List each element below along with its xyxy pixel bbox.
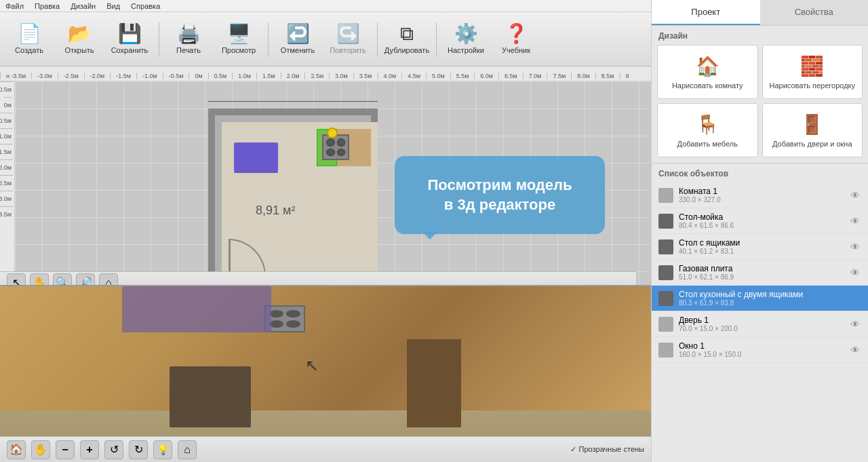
3d-mode-button[interactable]: 🏠	[7, 440, 26, 459]
burner-1	[326, 138, 335, 147]
obj-vis-table-drawers[interactable]: 👁	[850, 242, 861, 252]
stove	[322, 134, 349, 160]
wall-decor-3d	[122, 286, 271, 332]
canvas-2d[interactable]: 8,91 м² Посмотрим модельв 3д редакторе	[15, 81, 651, 299]
yellow-handle[interactable]	[327, 128, 338, 138]
redo-label: Повторить	[330, 46, 366, 54]
draw-room-card[interactable]: 🏠 Нарисовать комнату	[657, 45, 758, 99]
pan-3d-button[interactable]: ✋	[31, 440, 50, 459]
burner-4	[337, 149, 346, 157]
burner-2	[337, 138, 346, 147]
help-button[interactable]: ❓ Учебник	[492, 16, 540, 63]
undo-button[interactable]: ↩️ Отменить	[274, 16, 321, 63]
zoom-out-3d-button[interactable]: −	[56, 440, 75, 459]
obj-vis-window1[interactable]: 👁	[850, 345, 861, 355]
obj-icon-gas-stove	[658, 265, 673, 280]
furniture-3d-1	[170, 366, 251, 427]
obj-vis-kitchen-table[interactable]: 👁	[850, 293, 861, 304]
obj-sub-window1: 160.0 × 15.0 × 150.0	[679, 351, 845, 358]
burner-3	[326, 149, 335, 157]
add-doors-windows-card[interactable]: 🚪 Добавить двери и окна	[762, 103, 863, 157]
redo-icon: ↪️	[336, 24, 360, 43]
obj-name-window1: Окно 1	[679, 341, 845, 351]
floor-3d: ↖	[0, 286, 651, 410]
draw-partition-label: Нарисовать перегородку	[769, 81, 855, 90]
sep4	[436, 22, 437, 56]
menu-file[interactable]: Файл	[5, 2, 24, 10]
obj-text-sink-table: Стол-мойка 80.4 × 61.6 × 86.6	[679, 212, 845, 229]
settings-button[interactable]: ⚙️ Настройки	[442, 16, 490, 63]
object-item-gas-stove[interactable]: Газовая плита 51.0 × 62.1 × 86.9 👁	[652, 260, 868, 286]
help-label: Учебник	[502, 46, 530, 54]
obj-vis-sink-table[interactable]: 👁	[850, 216, 861, 227]
design-grid: 🏠 Нарисовать комнату 🧱 Нарисовать перего…	[652, 45, 868, 163]
preview-button[interactable]: 🖥️ Просмотр	[215, 16, 262, 63]
new-icon: 📄	[18, 24, 41, 43]
object-item-door1[interactable]: Дверь 1 70.0 × 15.0 × 200.0 👁	[652, 311, 868, 337]
canvas-3d[interactable]: ↖	[0, 286, 651, 436]
print-label: Печать	[176, 46, 201, 54]
sep1	[159, 22, 159, 56]
objects-section: Список объектов Комната 1 330.0 × 327.0 …	[652, 163, 868, 363]
objects-list: Комната 1 330.0 × 327.0 👁 Стол-мойка 80.…	[652, 182, 868, 363]
menubar: Файл Правка Дизайн Вид Справка	[0, 0, 651, 12]
preview-icon: 🖥️	[227, 24, 251, 43]
menu-help[interactable]: Справка	[131, 2, 160, 10]
obj-name-room1: Комната 1	[679, 187, 845, 196]
obj-sub-gas-stove: 51.0 × 62.1 × 86.9	[679, 273, 845, 281]
object-item-room1[interactable]: Комната 1 330.0 × 327.0 👁	[652, 182, 868, 208]
obj-name-gas-stove: Газовая плита	[679, 264, 845, 273]
draw-partition-card[interactable]: 🧱 Нарисовать перегородку	[762, 45, 863, 99]
transparent-walls-toggle[interactable]: ✓ Прозрачные стены	[570, 445, 644, 454]
menu-design[interactable]: Дизайн	[71, 2, 96, 10]
print-icon: 🖨️	[177, 24, 201, 43]
sep3	[377, 22, 378, 56]
object-item-window1[interactable]: Окно 1 160.0 × 15.0 × 150.0 👁	[652, 337, 868, 363]
right-panel: Проект Свойства Дизайн 🏠 Нарисовать комн…	[651, 0, 868, 462]
door-arc-area	[229, 232, 273, 276]
open-icon: 📂	[68, 24, 92, 43]
print-button[interactable]: 🖨️ Печать	[165, 16, 212, 63]
new-label: Создать	[15, 46, 43, 54]
door-arc	[229, 239, 266, 276]
object-item-sink-table[interactable]: Стол-мойка 80.4 × 61.6 × 86.6 👁	[652, 208, 868, 234]
obj-icon-sink-table	[658, 214, 673, 229]
duplicate-icon: ⧉	[400, 24, 414, 43]
menu-view[interactable]: Вид	[106, 2, 120, 10]
design-section-title: Дизайн	[652, 26, 868, 45]
obj-vis-gas-stove[interactable]: 👁	[850, 267, 861, 278]
obj-name-door1: Дверь 1	[679, 315, 845, 325]
rotate-left-button[interactable]: ↺	[104, 440, 123, 459]
open-button[interactable]: 📂 Открыть	[56, 16, 103, 63]
redo-button[interactable]: ↪️ Повторить	[324, 16, 372, 63]
preview-label: Просмотр	[222, 46, 256, 54]
save-button[interactable]: 💾 Сохранить	[106, 16, 153, 63]
room-area-label: 8,91 м²	[256, 204, 295, 218]
home-3d-button[interactable]: ⌂	[178, 440, 197, 459]
duplicate-button[interactable]: ⧉ Дублировать	[383, 16, 431, 63]
sep2	[268, 22, 269, 56]
main-toolbar: 📄 Создать 📂 Открыть 💾 Сохранить 🖨️ Печат…	[0, 12, 651, 66]
duplicate-label: Дублировать	[384, 46, 429, 54]
add-furniture-card[interactable]: 🪑 Добавить мебель	[657, 103, 758, 157]
light-button[interactable]: 💡	[153, 440, 172, 459]
objects-section-title: Список объектов	[652, 163, 868, 182]
obj-icon-kitchen-table	[658, 291, 673, 306]
rotate-right-button[interactable]: ↻	[129, 440, 148, 459]
tab-project[interactable]: Проект	[652, 0, 760, 25]
obj-vis-door1[interactable]: 👁	[850, 319, 861, 330]
panel-tabs: Проект Свойства	[652, 0, 868, 26]
menu-edit[interactable]: Правка	[35, 2, 60, 10]
undo-icon: ↩️	[286, 24, 310, 43]
purple-furniture	[234, 142, 278, 173]
obj-name-kitchen-table: Стол кухонный с двумя ящиками	[679, 290, 845, 299]
obj-text-gas-stove: Газовая плита 51.0 × 62.1 × 86.9	[679, 264, 845, 281]
speech-bubble: Посмотрим модельв 3д редакторе	[395, 156, 605, 234]
object-item-table-drawers[interactable]: Стол с ящиками 40.1 × 61.2 × 83.1 👁	[652, 234, 868, 260]
zoom-in-3d-button[interactable]: +	[80, 440, 99, 459]
save-icon: 💾	[118, 24, 142, 43]
new-button[interactable]: 📄 Создать	[5, 16, 53, 63]
obj-vis-room1[interactable]: 👁	[850, 190, 861, 201]
object-item-kitchen-table[interactable]: Стол кухонный с двумя ящиками 80.3 × 61.…	[652, 286, 868, 311]
tab-properties[interactable]: Свойства	[760, 0, 869, 25]
